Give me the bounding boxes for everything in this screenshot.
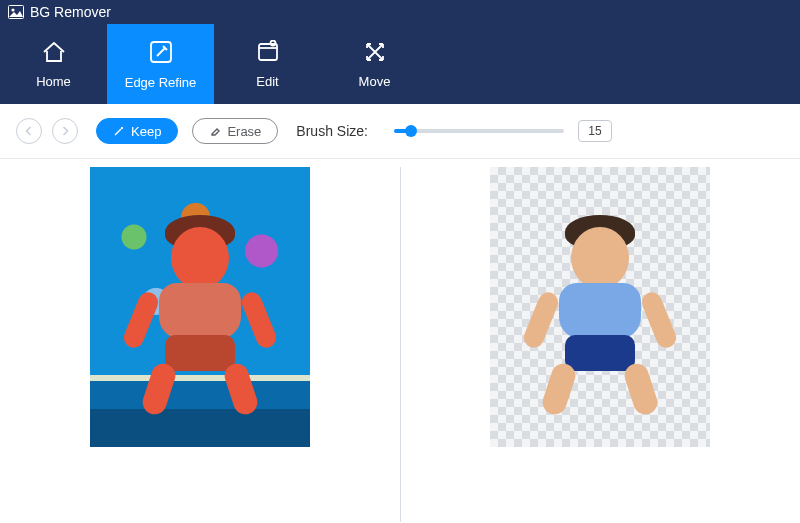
app-title: BG Remover: [30, 4, 111, 20]
original-canvas[interactable]: [90, 167, 310, 447]
tab-edge-refine[interactable]: Edge Refine: [107, 24, 214, 104]
undo-button[interactable]: [16, 118, 42, 144]
toolbar: Keep Erase Brush Size: 15: [0, 104, 800, 159]
edit-icon: [255, 40, 281, 64]
tab-label: Edge Refine: [125, 75, 197, 90]
redo-button[interactable]: [52, 118, 78, 144]
original-pane: [0, 167, 401, 522]
workspace: [0, 159, 800, 522]
move-icon: [363, 40, 387, 64]
brush-size-slider[interactable]: [394, 129, 564, 133]
tab-home[interactable]: Home: [0, 24, 107, 104]
tab-bar: Home Edge Refine Edit Move: [0, 24, 800, 104]
keep-button[interactable]: Keep: [96, 118, 178, 144]
arrow-right-icon: [59, 125, 71, 137]
svg-point-4: [270, 40, 275, 45]
brush-size-value[interactable]: 15: [578, 120, 612, 142]
home-icon: [41, 40, 67, 64]
tab-edit[interactable]: Edit: [214, 24, 321, 104]
slider-thumb[interactable]: [405, 125, 417, 137]
result-canvas[interactable]: [490, 167, 710, 447]
erase-label: Erase: [227, 124, 261, 139]
tab-move[interactable]: Move: [321, 24, 428, 104]
arrow-left-icon: [23, 125, 35, 137]
tab-label: Home: [36, 74, 71, 89]
titlebar: BG Remover: [0, 0, 800, 24]
eraser-icon: [209, 125, 221, 137]
app-header: BG Remover Home Edge Refine Edit Move: [0, 0, 800, 104]
selection-mask: [125, 215, 275, 415]
brush-size-label: Brush Size:: [296, 123, 368, 139]
svg-rect-3: [259, 44, 277, 60]
edge-refine-icon: [148, 39, 174, 65]
svg-point-1: [11, 8, 14, 11]
erase-button[interactable]: Erase: [192, 118, 278, 144]
tab-label: Move: [359, 74, 391, 89]
cutout-subject: [525, 215, 675, 415]
tab-label: Edit: [256, 74, 278, 89]
app-logo-icon: [8, 5, 24, 19]
result-pane: [401, 167, 801, 522]
wand-icon: [113, 125, 125, 137]
keep-label: Keep: [131, 124, 161, 139]
